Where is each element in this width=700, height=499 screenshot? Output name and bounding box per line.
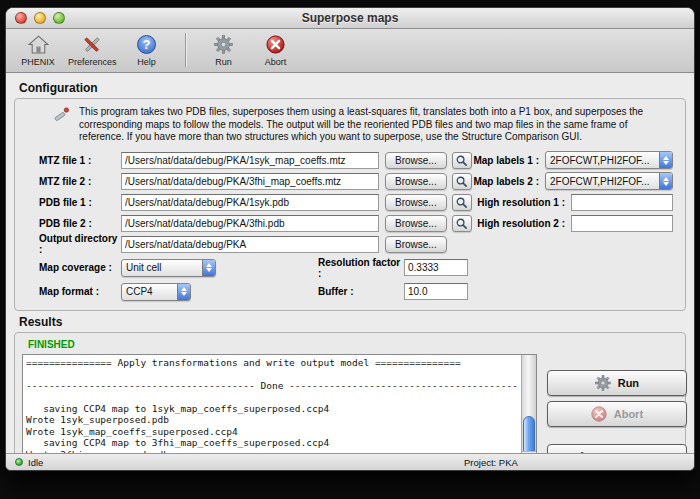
pdb-file-2-browse-button[interactable]: Browse... [385, 215, 447, 232]
results-section-title: Results [19, 315, 694, 329]
hint-icon [53, 106, 70, 127]
pdb-file-2-row: PDB file 2 : Browse... High resolution 2… [23, 213, 677, 234]
mtz-file-1-browse-button[interactable]: Browse... [385, 152, 447, 169]
pdb-file-2-input[interactable] [121, 215, 379, 232]
map-format-select[interactable]: CCP4 [121, 283, 191, 301]
abort-icon [266, 34, 285, 56]
action-buttons: Run Abort [547, 354, 689, 454]
mtz-file-2-label: MTZ file 2 : [39, 176, 121, 187]
console: =============== Apply transformations an… [22, 354, 537, 454]
toolbar: PHENIX Preferences ? Help [6, 29, 694, 73]
abort-button-label: Abort [614, 408, 643, 420]
toolbar-phenix-label: PHENIX [21, 57, 55, 67]
map-labels-1-label: Map labels 1 : [473, 155, 539, 166]
mtz-file-1-label: MTZ file 1 : [39, 155, 121, 166]
finished-status: FINISHED [28, 339, 678, 350]
high-resolution-1-label: High resolution 1 : [477, 197, 565, 208]
pdb-file-1-inspect-button[interactable] [452, 194, 472, 211]
pdb-file-1-row: PDB file 1 : Browse... High resolution 1… [23, 192, 677, 213]
map-coverage-label: Map coverage : [39, 262, 121, 273]
open-in-coot-button[interactable]: Open in Coot [547, 444, 687, 454]
map-format-value: CCP4 [122, 286, 177, 297]
project-label: Project: PKA [464, 457, 518, 468]
map-format-row: Map format : CCP4 Buffer : [23, 281, 677, 303]
buffer-label: Buffer : [318, 286, 404, 297]
pdb-file-2-inspect-button[interactable] [452, 215, 472, 232]
map-coverage-select[interactable]: Unit cell [121, 259, 216, 277]
map-labels-2-select[interactable]: 2FOFCWT,PHI2FOF... [545, 172, 673, 190]
close-button[interactable] [15, 12, 27, 24]
configuration-panel: This program takes two PDB files, superp… [14, 98, 686, 311]
pdb-file-2-label: PDB file 2 : [39, 218, 121, 229]
abort-icon [591, 406, 607, 422]
map-labels-1-select[interactable]: 2FOFCWT,PHI2FOF... [545, 151, 673, 169]
toolbar-help-button[interactable]: ? Help [125, 34, 169, 67]
traffic-lights [15, 12, 65, 24]
map-labels-2-label: Map labels 2 : [473, 176, 539, 187]
desktop-background: Superpose maps PHENIX Preferences [0, 0, 700, 499]
resolution-factor-input[interactable] [404, 259, 468, 276]
toolbar-abort-button[interactable]: Abort [254, 34, 298, 67]
mtz-file-2-browse-button[interactable]: Browse... [385, 173, 447, 190]
output-directory-browse-button[interactable]: Browse... [385, 236, 447, 253]
pdb-file-1-input[interactable] [121, 194, 379, 211]
resolution-factor-label: Resolution factor : [318, 257, 404, 279]
map-format-label: Map format : [39, 286, 121, 297]
run-button[interactable]: Run [547, 370, 687, 396]
actions-divider [547, 432, 689, 439]
toolbar-run-label: Run [215, 57, 232, 67]
configuration-section-title: Configuration [19, 81, 694, 95]
mtz-file-1-input[interactable] [121, 152, 379, 169]
run-button-label: Run [618, 377, 639, 389]
map-labels-1-value: 2FOFCWT,PHI2FOF... [546, 155, 659, 166]
buffer-input[interactable] [404, 283, 468, 300]
stepper-arrows-icon [659, 152, 672, 168]
scrollbar-thumb[interactable] [523, 416, 535, 453]
high-resolution-1-input[interactable] [571, 194, 673, 211]
toolbar-help-label: Help [137, 57, 156, 67]
minimize-button[interactable] [34, 12, 46, 24]
description-text: This program takes two PDB files, superp… [79, 106, 673, 144]
map-coverage-row: Map coverage : Unit cell Resolution fact… [23, 257, 677, 279]
results-panel: FINISHED =============== Apply transform… [14, 332, 686, 454]
toolbar-preferences-button[interactable]: Preferences [68, 34, 117, 67]
output-directory-row: Output directory : Browse... [23, 234, 677, 255]
gear-icon [595, 375, 611, 391]
help-question-icon: ? [137, 34, 156, 56]
map-coverage-value: Unit cell [122, 262, 202, 273]
results-body: =============== Apply transformations an… [22, 354, 678, 454]
mtz-file-2-row: MTZ file 2 : Browse... Map labels 2 : 2F… [23, 171, 677, 192]
run-gear-icon [214, 34, 233, 56]
phenix-home-icon [28, 34, 49, 56]
toolbar-run-button[interactable]: Run [202, 34, 246, 67]
mtz-file-2-inspect-button[interactable] [452, 173, 472, 190]
status-led-icon [15, 458, 23, 466]
preferences-tools-icon [82, 34, 102, 56]
pdb-file-1-label: PDB file 1 : [39, 197, 121, 208]
toolbar-abort-label: Abort [265, 57, 287, 67]
toolbar-phenix-button[interactable]: PHENIX [16, 34, 60, 67]
main-content: Configuration This program takes two PDB… [6, 73, 694, 453]
pdb-file-1-browse-button[interactable]: Browse... [385, 194, 447, 211]
map-labels-2-value: 2FOFCWT,PHI2FOF... [546, 176, 659, 187]
mtz-file-2-input[interactable] [121, 173, 379, 190]
stepper-arrows-icon [177, 284, 190, 300]
status-bar: Idle Project: PKA [6, 453, 694, 470]
window-title: Superpose maps [6, 11, 694, 25]
app-window: Superpose maps PHENIX Preferences [5, 7, 695, 471]
mtz-file-1-inspect-button[interactable] [452, 152, 472, 169]
output-directory-input[interactable] [121, 236, 379, 253]
console-scrollbar[interactable] [521, 355, 536, 454]
high-resolution-2-input[interactable] [571, 215, 673, 232]
output-directory-label: Output directory : [39, 233, 121, 255]
titlebar[interactable]: Superpose maps [6, 8, 694, 29]
zoom-button[interactable] [53, 12, 65, 24]
abort-button[interactable]: Abort [547, 401, 687, 427]
high-resolution-2-label: High resolution 2 : [477, 218, 565, 229]
mtz-file-1-row: MTZ file 1 : Browse... Map labels 1 : 2F… [23, 150, 677, 171]
toolbar-preferences-label: Preferences [68, 57, 117, 67]
description-row: This program takes two PDB files, superp… [23, 104, 677, 150]
console-output[interactable]: =============== Apply transformations an… [23, 355, 521, 454]
stepper-arrows-icon [202, 260, 215, 276]
toolbar-separator [185, 33, 186, 67]
